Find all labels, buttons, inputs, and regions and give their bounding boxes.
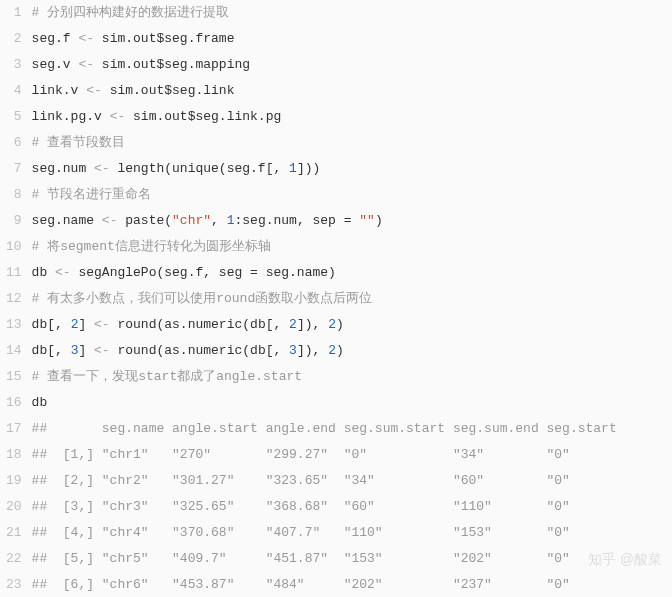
code-line: link.v <- sim.out$seg.link	[32, 78, 664, 104]
code-token: <-	[86, 83, 102, 98]
code-line: seg.name <- paste("chr", 1:seg.num, sep …	[32, 208, 664, 234]
code-token: # 将segment信息进行转化为圆形坐标轴	[32, 239, 271, 254]
code-line: # 节段名进行重命名	[32, 182, 664, 208]
line-number: 16	[6, 390, 22, 416]
code-token: ]	[78, 343, 94, 358]
code-block: 1234567891011121314151617181920212223 # …	[0, 0, 672, 597]
line-number: 20	[6, 494, 22, 520]
line-number: 7	[6, 156, 22, 182]
code-token: # 查看一下，发现start都成了angle.start	[32, 369, 302, 384]
line-number: 8	[6, 182, 22, 208]
code-token: round(as.numeric(db[,	[110, 317, 289, 332]
code-token: )	[336, 343, 344, 358]
code-token: 2	[289, 317, 297, 332]
code-line: ## [1,] "chr1" "270" "299.27" "0" "34" "…	[32, 442, 664, 468]
code-line: db[, 3] <- round(as.numeric(db[, 3]), 2)	[32, 338, 664, 364]
line-number: 4	[6, 78, 22, 104]
code-token: <-	[78, 57, 94, 72]
code-line: db	[32, 390, 664, 416]
code-line: ## [3,] "chr3" "325.65" "368.68" "60" "1…	[32, 494, 664, 520]
code-line: # 查看一下，发现start都成了angle.start	[32, 364, 664, 390]
line-number: 17	[6, 416, 22, 442]
code-token: ## [5,] "chr5" "409.7" "451.87" "153" "2…	[32, 551, 570, 566]
code-token: sim.out$seg.link	[102, 83, 235, 98]
code-line: seg.num <- length(unique(seg.f[, 1]))	[32, 156, 664, 182]
line-number: 5	[6, 104, 22, 130]
code-lines: # 分别四种构建好的数据进行提取seg.f <- sim.out$seg.fra…	[32, 0, 672, 597]
code-token: ## [1,] "chr1" "270" "299.27" "0" "34" "…	[32, 447, 570, 462]
code-token: seg.num	[32, 161, 94, 176]
code-token: length(unique(seg.f[,	[110, 161, 289, 176]
code-token: 2	[328, 343, 336, 358]
line-number: 12	[6, 286, 22, 312]
line-number: 11	[6, 260, 22, 286]
code-line: seg.v <- sim.out$seg.mapping	[32, 52, 664, 78]
code-token: seg.name	[32, 213, 102, 228]
code-token: ## [3,] "chr3" "325.65" "368.68" "60" "1…	[32, 499, 570, 514]
code-token: db	[32, 265, 55, 280]
code-token: <-	[110, 109, 126, 124]
code-token: ]),	[297, 343, 328, 358]
line-number: 18	[6, 442, 22, 468]
code-token: # 节段名进行重命名	[32, 187, 152, 202]
line-number: 3	[6, 52, 22, 78]
code-token: sim.out$seg.frame	[94, 31, 234, 46]
code-line: # 查看节段数目	[32, 130, 664, 156]
line-number-gutter: 1234567891011121314151617181920212223	[0, 0, 32, 597]
code-token: )	[336, 317, 344, 332]
code-token: # 分别四种构建好的数据进行提取	[32, 5, 230, 20]
line-number: 6	[6, 130, 22, 156]
code-token: 1	[289, 161, 297, 176]
code-line: # 将segment信息进行转化为圆形坐标轴	[32, 234, 664, 260]
line-number: 2	[6, 26, 22, 52]
code-line: ## [4,] "chr4" "370.68" "407.7" "110" "1…	[32, 520, 664, 546]
code-token: :seg.num, sep =	[234, 213, 359, 228]
line-number: 14	[6, 338, 22, 364]
line-number: 15	[6, 364, 22, 390]
code-token: <-	[94, 161, 110, 176]
code-token: seg.v	[32, 57, 79, 72]
code-token: "chr"	[172, 213, 211, 228]
code-token: # 有太多小数点，我们可以使用round函数取小数点后两位	[32, 291, 373, 306]
code-token: ## seg.name angle.start angle.end seg.su…	[32, 421, 617, 436]
code-token: db	[32, 395, 48, 410]
line-number: 9	[6, 208, 22, 234]
code-line: link.pg.v <- sim.out$seg.link.pg	[32, 104, 664, 130]
line-number: 10	[6, 234, 22, 260]
code-token: link.pg.v	[32, 109, 110, 124]
code-token: sim.out$seg.mapping	[94, 57, 250, 72]
code-token: 3	[289, 343, 297, 358]
code-line: ## [2,] "chr2" "301.27" "323.65" "34" "6…	[32, 468, 664, 494]
code-token: ## [4,] "chr4" "370.68" "407.7" "110" "1…	[32, 525, 570, 540]
code-line: db <- segAnglePo(seg.f, seg = seg.name)	[32, 260, 664, 286]
code-token: ## [6,] "chr6" "453.87" "484" "202" "237…	[32, 577, 570, 592]
line-number: 1	[6, 0, 22, 26]
code-token: segAnglePo(seg.f, seg = seg.name)	[71, 265, 336, 280]
line-number: 13	[6, 312, 22, 338]
code-line: ## [5,] "chr5" "409.7" "451.87" "153" "2…	[32, 546, 664, 572]
code-token: <-	[94, 317, 110, 332]
code-token: 2	[328, 317, 336, 332]
code-line: # 有太多小数点，我们可以使用round函数取小数点后两位	[32, 286, 664, 312]
code-token: ,	[211, 213, 227, 228]
code-token: <-	[94, 343, 110, 358]
code-line: ## seg.name angle.start angle.end seg.su…	[32, 416, 664, 442]
code-token: # 查看节段数目	[32, 135, 126, 150]
code-line: # 分别四种构建好的数据进行提取	[32, 0, 664, 26]
line-number: 19	[6, 468, 22, 494]
code-token: ]),	[297, 317, 328, 332]
code-token: seg.f	[32, 31, 79, 46]
code-token: round(as.numeric(db[,	[110, 343, 289, 358]
code-token: paste(	[117, 213, 172, 228]
line-number: 22	[6, 546, 22, 572]
code-token: <-	[102, 213, 118, 228]
code-token: ""	[359, 213, 375, 228]
code-token: <-	[78, 31, 94, 46]
line-number: 23	[6, 572, 22, 597]
code-token: db[,	[32, 343, 71, 358]
code-token: <-	[55, 265, 71, 280]
code-line: ## [6,] "chr6" "453.87" "484" "202" "237…	[32, 572, 664, 597]
code-token: ]	[78, 317, 94, 332]
code-token: link.v	[32, 83, 87, 98]
code-token: db[,	[32, 317, 71, 332]
